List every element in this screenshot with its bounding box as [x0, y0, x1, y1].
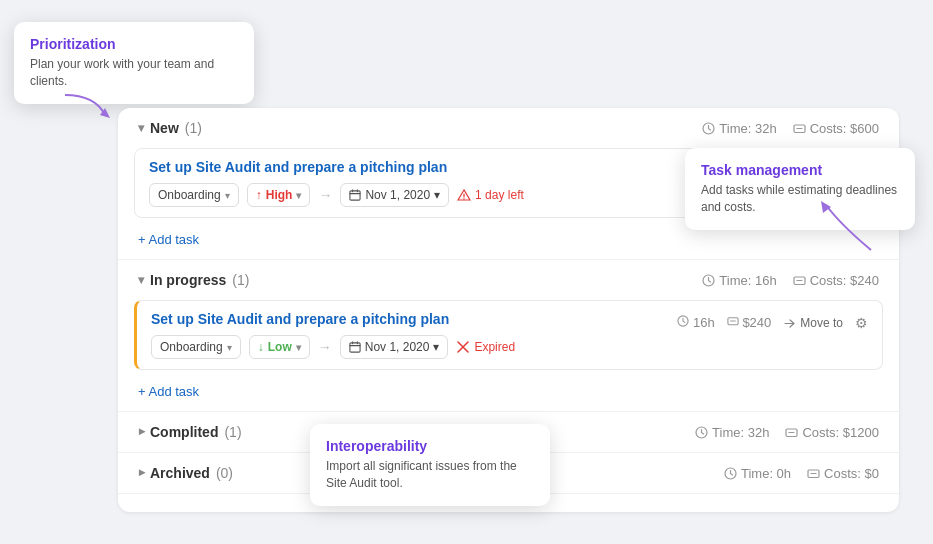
clock-icon-c [695, 426, 708, 439]
move-to-btn[interactable]: Move to [783, 315, 843, 331]
priority-dropdown-new-1[interactable]: ↑ High ▾ [247, 183, 311, 207]
task-ip-1-time: 16h [677, 315, 714, 331]
section-completed-title: ▾ Complited (1) [138, 424, 242, 440]
section-in-progress-label: In progress [150, 272, 226, 288]
chevron-in-progress: ▾ [138, 273, 144, 287]
clock-icon-ip [702, 274, 715, 287]
clock-icon-ip-sm [677, 315, 689, 327]
costs-icon-a [807, 467, 820, 480]
costs-icon-ip [793, 274, 806, 287]
svg-rect-10 [350, 343, 360, 352]
tooltip-task-management-title: Task management [701, 162, 899, 178]
chevron-down-icon: ▾ [433, 340, 439, 354]
category-dropdown-new-1[interactable]: Onboarding ▾ [149, 183, 239, 207]
section-new-title: ▾ New (1) [138, 120, 202, 136]
tooltip-task-management-text: Add tasks while estimating deadlines and… [701, 182, 899, 216]
add-task-in-progress[interactable]: + Add task [118, 378, 219, 411]
section-new-costs: Costs: $600 [793, 121, 879, 136]
priority-arrow-low-icon: ↓ [258, 340, 264, 354]
section-new-label: New [150, 120, 179, 136]
section-in-progress-costs: Costs: $240 [793, 273, 879, 288]
svg-rect-5 [350, 191, 360, 200]
deadline-expired-ip-1: Expired [456, 340, 515, 354]
date-picker-new-1[interactable]: Nov 1, 2020 ▾ [340, 183, 449, 207]
section-completed-time: Time: 32h [695, 425, 769, 440]
section-completed-label: Complited [150, 424, 218, 440]
priority-dropdown-ip-1[interactable]: ↓ Low ▾ [249, 335, 310, 359]
task-ip-1-time-info: 16h $240 Move to ⚙ [677, 315, 868, 331]
section-archived-title: ▾ Archived (0) [138, 465, 233, 481]
expired-icon [456, 340, 470, 354]
tooltip-prioritization: Prioritization Plan your work with your … [14, 22, 254, 104]
deadline-warning-new-1: 1 day left [457, 188, 524, 202]
section-new-header[interactable]: ▾ New (1) Time: 32h Costs: $600 [118, 108, 899, 148]
task-ip-1-controls: Onboarding ▾ ↓ Low ▾ → Nov 1, 2020 ▾ Exp… [151, 335, 868, 359]
tooltip-interoperability-title: Interoperability [326, 438, 534, 454]
tooltip-prioritization-title: Prioritization [30, 36, 238, 52]
section-new-meta: Time: 32h Costs: $600 [702, 121, 879, 136]
date-picker-ip-1[interactable]: Nov 1, 2020 ▾ [340, 335, 449, 359]
chevron-down-icon: ▾ [227, 342, 232, 353]
section-archived-meta: Time: 0h Costs: $0 [724, 466, 879, 481]
warning-icon [457, 188, 471, 202]
costs-icon-c [785, 426, 798, 439]
section-new-time: Time: 32h [702, 121, 776, 136]
clock-icon-a [724, 467, 737, 480]
chevron-down-icon: ▾ [434, 188, 440, 202]
section-in-progress-time: Time: 16h [702, 273, 776, 288]
chevron-down-icon: ▾ [296, 190, 301, 201]
arrow-separator-ip: → [318, 339, 332, 355]
section-archived-label: Archived [150, 465, 210, 481]
section-archived-time: Time: 0h [724, 466, 791, 481]
move-to-icon [783, 317, 796, 330]
add-task-new[interactable]: + Add task [118, 226, 219, 259]
section-completed-count: (1) [224, 424, 241, 440]
clock-icon [702, 122, 715, 135]
section-archived-count: (0) [216, 465, 233, 481]
tooltip-prioritization-text: Plan your work with your team and client… [30, 56, 238, 90]
section-completed-costs: Costs: $1200 [785, 425, 879, 440]
calendar-icon [349, 189, 361, 201]
section-new-count: (1) [185, 120, 202, 136]
section-in-progress: ▾ In progress (1) Time: 16h Costs: $240 … [118, 260, 899, 412]
chevron-new: ▾ [138, 121, 144, 135]
chevron-down-icon: ▾ [225, 190, 230, 201]
section-archived-costs: Costs: $0 [807, 466, 879, 481]
priority-arrow-icon: ↑ [256, 188, 262, 202]
section-in-progress-title: ▾ In progress (1) [138, 272, 249, 288]
chevron-archived: ▾ [134, 470, 148, 476]
task-ip-1-header: Set up Site Audit and prepare a pitching… [151, 311, 868, 335]
chevron-completed: ▾ [134, 429, 148, 435]
svg-marker-0 [100, 108, 110, 118]
costs-icon-ip-sm [727, 315, 739, 327]
costs-icon [793, 122, 806, 135]
chevron-down-icon: ▾ [296, 342, 301, 353]
section-in-progress-count: (1) [232, 272, 249, 288]
tooltip-interoperability: Interoperability Import all significant … [310, 424, 550, 506]
task-in-progress-1: Set up Site Audit and prepare a pitching… [134, 300, 883, 370]
tooltip-task-management: Task management Add tasks while estimati… [685, 148, 915, 230]
section-completed-meta: Time: 32h Costs: $1200 [695, 425, 879, 440]
tooltip-interoperability-text: Import all significant issues from the S… [326, 458, 534, 492]
arrow-separator: → [318, 187, 332, 203]
section-in-progress-meta: Time: 16h Costs: $240 [702, 273, 879, 288]
category-dropdown-ip-1[interactable]: Onboarding ▾ [151, 335, 241, 359]
settings-gear-button[interactable]: ⚙ [855, 315, 868, 331]
task-ip-1-title: Set up Site Audit and prepare a pitching… [151, 311, 449, 327]
task-ip-1-cost: $240 [727, 315, 772, 331]
task-new-1-title: Set up Site Audit and prepare a pitching… [149, 159, 447, 175]
section-in-progress-header[interactable]: ▾ In progress (1) Time: 16h Costs: $240 [118, 260, 899, 300]
calendar-icon-ip [349, 341, 361, 353]
